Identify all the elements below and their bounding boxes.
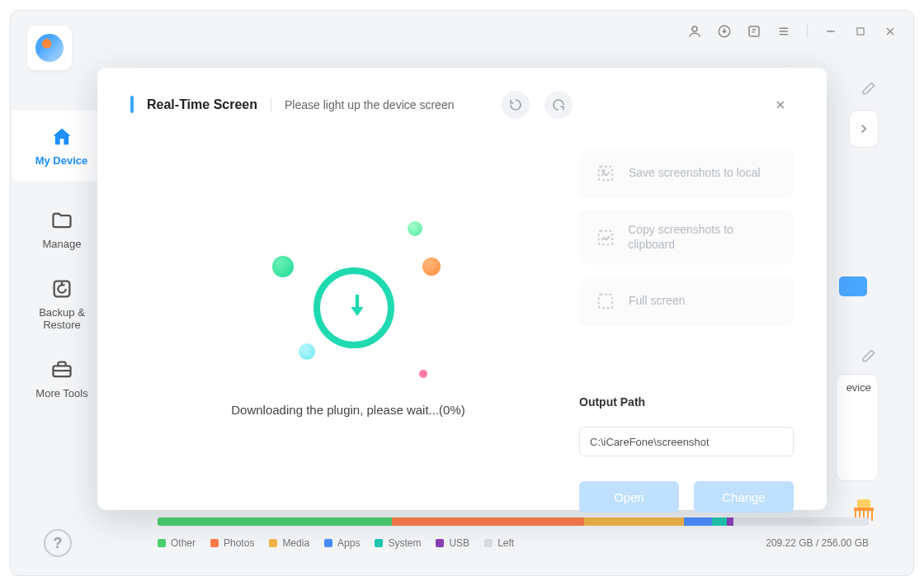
svg-point-0 bbox=[692, 26, 697, 31]
app-logo bbox=[27, 26, 72, 70]
download-icon[interactable] bbox=[710, 17, 739, 46]
fullscreen-icon bbox=[594, 290, 617, 313]
svg-point-14 bbox=[602, 170, 605, 172]
blue-chip bbox=[839, 276, 867, 296]
close-icon[interactable] bbox=[875, 17, 905, 46]
topbar-divider bbox=[807, 25, 808, 38]
svg-rect-6 bbox=[857, 499, 870, 508]
legend-usb: USB bbox=[449, 537, 469, 549]
legend-other: Other bbox=[171, 537, 196, 549]
sidebar-item-label: My Device bbox=[35, 154, 88, 167]
window-topbar bbox=[680, 11, 913, 52]
rotate-left-button[interactable] bbox=[502, 91, 530, 119]
svg-rect-16 bbox=[599, 295, 613, 309]
storage-bar bbox=[158, 517, 869, 526]
home-icon bbox=[50, 125, 74, 149]
menu-icon[interactable] bbox=[769, 17, 799, 46]
legend-media: Media bbox=[282, 537, 309, 549]
maximize-icon[interactable] bbox=[846, 17, 875, 46]
svg-rect-15 bbox=[598, 230, 612, 244]
next-card-chevron[interactable] bbox=[849, 110, 879, 148]
sidebar-item-label: Manage bbox=[43, 238, 82, 250]
peek-label: evice bbox=[846, 381, 871, 394]
output-path-label: Output Path bbox=[579, 395, 794, 409]
modal-title: Real-Time Screen bbox=[147, 97, 257, 112]
download-illustration bbox=[249, 221, 447, 386]
arrow-down-icon bbox=[346, 292, 368, 324]
rotate-right-button[interactable] bbox=[544, 91, 573, 119]
open-button[interactable]: Open bbox=[579, 481, 679, 513]
save-screenshots-local-button[interactable]: Save screenshots to local bbox=[579, 149, 794, 198]
help-button[interactable]: ? bbox=[44, 529, 72, 557]
svg-rect-13 bbox=[599, 167, 613, 181]
output-path-field[interactable]: C:\iCareFone\screenshot bbox=[579, 427, 794, 456]
sidebar-item-label: More Tools bbox=[35, 387, 87, 399]
svg-rect-3 bbox=[857, 28, 864, 35]
modal-close-button[interactable] bbox=[767, 92, 794, 118]
change-button[interactable]: Change bbox=[694, 481, 794, 513]
image-copy-icon bbox=[594, 226, 616, 249]
real-time-screen-modal: Real-Time Screen Please light up the dev… bbox=[97, 68, 827, 510]
ghost-label: Save screenshots to local bbox=[629, 166, 761, 181]
backup-icon bbox=[50, 276, 74, 301]
legend-apps: Apps bbox=[337, 537, 360, 549]
image-save-icon bbox=[594, 162, 617, 185]
monitor-icon bbox=[130, 97, 134, 112]
folder-icon bbox=[50, 208, 74, 233]
toolbox-icon bbox=[50, 357, 74, 382]
feedback-icon[interactable] bbox=[739, 17, 769, 46]
full-screen-button[interactable]: Full screen bbox=[579, 276, 794, 326]
divider bbox=[271, 98, 271, 111]
logo-icon bbox=[35, 34, 64, 62]
svg-rect-7 bbox=[854, 508, 874, 511]
edit-icon[interactable] bbox=[860, 347, 877, 367]
ghost-label: Copy screenshots to clipboard bbox=[628, 223, 779, 252]
download-status-text: Downloading the plugin, please wait...(0… bbox=[231, 403, 465, 417]
storage-legend: Other Photos Media Apps System USB Left … bbox=[158, 537, 869, 549]
download-pane: Downloading the plugin, please wait...(0… bbox=[130, 125, 566, 513]
output-path-value: C:\iCareFone\screenshot bbox=[590, 436, 710, 448]
modal-header: Real-Time Screen Please light up the dev… bbox=[130, 91, 794, 119]
copy-screenshots-clipboard-button[interactable]: Copy screenshots to clipboard bbox=[579, 210, 794, 265]
legend-left: Left bbox=[497, 537, 514, 549]
modal-subtitle: Please light up the device screen bbox=[285, 98, 454, 111]
edit-icon[interactable] bbox=[860, 80, 877, 100]
storage-total: 209.22 GB / 256.00 GB bbox=[766, 537, 869, 549]
user-icon[interactable] bbox=[680, 17, 710, 46]
legend-system: System bbox=[388, 537, 421, 549]
sidebar-item-label: Backup & Restore bbox=[39, 306, 85, 331]
legend-photos: Photos bbox=[224, 537, 254, 549]
device-info-card-peek: evice bbox=[836, 374, 879, 481]
modal-right-pane: Save screenshots to local Copy screensho… bbox=[579, 125, 794, 513]
minimize-icon[interactable] bbox=[816, 17, 846, 46]
ghost-label: Full screen bbox=[629, 294, 685, 309]
